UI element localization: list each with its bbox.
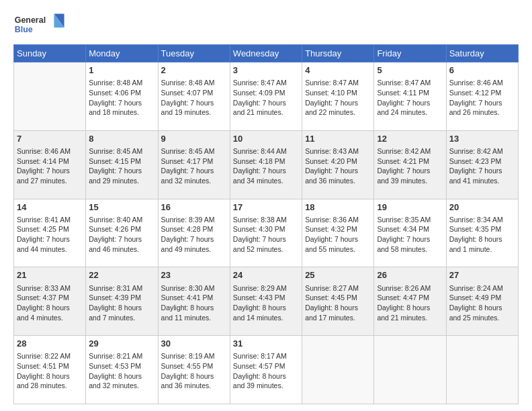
calendar-cell: 31Sunrise: 8:17 AMSunset: 4:57 PMDayligh… [230, 336, 302, 404]
day-info-line: Sunset: 4:14 PM [17, 156, 83, 167]
day-info-line: and 39 minutes. [233, 381, 299, 391]
day-info-line: Daylight: 8 hours [233, 371, 299, 381]
weekday-thursday: Thursday [302, 45, 374, 62]
day-info-line: Daylight: 8 hours [17, 303, 83, 313]
day-info-line: Sunrise: 8:33 AM [17, 283, 83, 293]
day-info-line: Sunrise: 8:22 AM [17, 351, 83, 361]
day-info-line: Daylight: 7 hours [305, 234, 371, 244]
day-info-line: Sunset: 4:45 PM [305, 293, 371, 303]
page: General Blue SundayMondayTuesdayWednesda… [0, 0, 532, 411]
calendar-cell: 18Sunrise: 8:36 AMSunset: 4:32 PMDayligh… [302, 199, 374, 267]
day-info-line: Sunset: 4:18 PM [233, 156, 299, 167]
day-info-line: Sunset: 4:10 PM [305, 88, 371, 98]
day-number: 23 [161, 269, 227, 281]
day-info-line: Sunrise: 8:19 AM [161, 351, 227, 361]
day-info-line: Sunset: 4:17 PM [161, 156, 227, 167]
day-info-line: Daylight: 7 hours [377, 98, 443, 108]
day-info-line: Daylight: 7 hours [449, 98, 515, 108]
calendar-cell: 26Sunrise: 8:26 AMSunset: 4:47 PMDayligh… [374, 267, 446, 336]
day-number: 28 [17, 338, 83, 350]
day-info-line: Daylight: 8 hours [161, 371, 227, 381]
weekday-friday: Friday [374, 45, 446, 62]
calendar-cell: 14Sunrise: 8:41 AMSunset: 4:25 PMDayligh… [14, 199, 86, 267]
day-info-line: Sunrise: 8:47 AM [305, 78, 371, 88]
day-info-line: Daylight: 8 hours [305, 303, 371, 313]
day-info-line: and 39 minutes. [377, 176, 443, 186]
day-info-line: Sunrise: 8:46 AM [449, 78, 515, 88]
day-info-line: Sunset: 4:35 PM [449, 224, 515, 234]
day-info-line: and 34 minutes. [233, 176, 299, 186]
day-info-line: Daylight: 7 hours [89, 166, 154, 176]
calendar-cell [374, 336, 446, 404]
day-info-line: Daylight: 8 hours [449, 234, 515, 244]
day-info-line: Daylight: 8 hours [89, 371, 154, 381]
day-info-line: Daylight: 7 hours [305, 98, 371, 108]
calendar-cell: 12Sunrise: 8:42 AMSunset: 4:21 PMDayligh… [374, 130, 446, 199]
day-number: 16 [161, 201, 227, 214]
calendar-cell: 22Sunrise: 8:31 AMSunset: 4:39 PMDayligh… [86, 267, 158, 336]
day-info-line: Sunset: 4:30 PM [233, 224, 299, 234]
day-info-line: and 26 minutes. [449, 107, 515, 118]
calendar-cell [302, 336, 374, 404]
day-info-line: Sunset: 4:57 PM [233, 361, 299, 371]
day-info-line: Sunset: 4:53 PM [89, 361, 154, 371]
day-number: 13 [449, 133, 515, 145]
day-info-line: Sunrise: 8:48 AM [161, 78, 227, 88]
day-info-line: and 41 minutes. [449, 176, 515, 186]
week-row-4: 21Sunrise: 8:33 AMSunset: 4:37 PMDayligh… [14, 267, 519, 336]
calendar-table: SundayMondayTuesdayWednesdayThursdayFrid… [13, 44, 519, 404]
day-info-line: and 44 minutes. [17, 244, 83, 255]
day-number: 5 [377, 64, 443, 77]
week-row-1: 1Sunrise: 8:48 AMSunset: 4:06 PMDaylight… [14, 62, 519, 131]
day-info-line: and 18 minutes. [89, 107, 154, 118]
week-row-3: 14Sunrise: 8:41 AMSunset: 4:25 PMDayligh… [14, 199, 519, 267]
day-info-line: and 32 minutes. [161, 176, 227, 186]
day-info-line: Sunrise: 8:46 AM [17, 146, 83, 156]
svg-text:Blue: Blue [15, 25, 33, 34]
day-info-line: Daylight: 7 hours [233, 166, 299, 176]
day-info-line: Sunset: 4:41 PM [161, 293, 227, 303]
calendar-cell: 27Sunrise: 8:24 AMSunset: 4:49 PMDayligh… [446, 267, 518, 336]
day-info-line: Sunset: 4:55 PM [161, 361, 227, 371]
day-info-line: Daylight: 7 hours [89, 98, 154, 108]
day-number: 15 [89, 201, 154, 214]
day-info-line: Sunset: 4:34 PM [377, 224, 443, 234]
day-info-line: Sunset: 4:37 PM [17, 293, 83, 303]
day-info-line: Daylight: 7 hours [17, 234, 83, 244]
day-number: 27 [449, 269, 515, 281]
day-info-line: Sunrise: 8:42 AM [449, 146, 515, 156]
calendar-cell: 5Sunrise: 8:47 AMSunset: 4:11 PMDaylight… [374, 62, 446, 131]
calendar-cell: 19Sunrise: 8:35 AMSunset: 4:34 PMDayligh… [374, 199, 446, 267]
day-info-line: and 32 minutes. [89, 381, 154, 391]
calendar-cell: 16Sunrise: 8:39 AMSunset: 4:28 PMDayligh… [158, 199, 230, 267]
day-info-line: Sunrise: 8:38 AM [233, 215, 299, 225]
week-row-5: 28Sunrise: 8:22 AMSunset: 4:51 PMDayligh… [14, 336, 519, 404]
day-info-line: and 36 minutes. [305, 176, 371, 186]
day-info-line: and 21 minutes. [377, 313, 443, 323]
day-info-line: and 49 minutes. [161, 244, 227, 255]
calendar-cell: 25Sunrise: 8:27 AMSunset: 4:45 PMDayligh… [302, 267, 374, 336]
calendar-cell: 15Sunrise: 8:40 AMSunset: 4:26 PMDayligh… [86, 199, 158, 267]
calendar-cell: 21Sunrise: 8:33 AMSunset: 4:37 PMDayligh… [14, 267, 86, 336]
day-info-line: Sunrise: 8:45 AM [89, 146, 154, 156]
day-info-line: Sunset: 4:06 PM [89, 88, 154, 98]
day-info-line: Sunset: 4:25 PM [17, 224, 83, 234]
calendar-cell: 29Sunrise: 8:21 AMSunset: 4:53 PMDayligh… [86, 336, 158, 404]
day-info-line: Sunrise: 8:30 AM [161, 283, 227, 293]
day-info-line: and 28 minutes. [17, 381, 83, 391]
day-info-line: and 21 minutes. [233, 107, 299, 118]
calendar-cell: 3Sunrise: 8:47 AMSunset: 4:09 PMDaylight… [230, 62, 302, 131]
day-info-line: and 52 minutes. [233, 244, 299, 255]
day-info-line: Daylight: 8 hours [233, 303, 299, 313]
day-info-line: Sunrise: 8:41 AM [17, 215, 83, 225]
day-info-line: Sunset: 4:21 PM [377, 156, 443, 167]
day-info-line: Daylight: 8 hours [377, 303, 443, 313]
calendar-cell: 6Sunrise: 8:46 AMSunset: 4:12 PMDaylight… [446, 62, 518, 131]
day-info-line: Sunrise: 8:29 AM [233, 283, 299, 293]
day-number: 21 [17, 269, 83, 281]
calendar-cell: 20Sunrise: 8:34 AMSunset: 4:35 PMDayligh… [446, 199, 518, 267]
day-info-line: Daylight: 7 hours [377, 166, 443, 176]
calendar-cell: 4Sunrise: 8:47 AMSunset: 4:10 PMDaylight… [302, 62, 374, 131]
calendar-cell: 9Sunrise: 8:45 AMSunset: 4:17 PMDaylight… [158, 130, 230, 199]
day-info-line: Sunset: 4:09 PM [233, 88, 299, 98]
